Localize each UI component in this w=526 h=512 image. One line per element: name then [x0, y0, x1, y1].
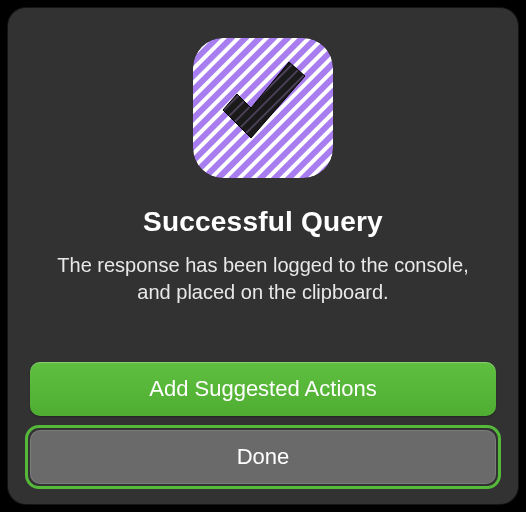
dialog-title: Successful Query	[143, 206, 383, 238]
done-button[interactable]: Done	[30, 430, 496, 484]
add-suggested-actions-button[interactable]: Add Suggested Actions	[30, 362, 496, 416]
button-stack: Add Suggested Actions Done	[30, 362, 496, 484]
dialog-message: The response has been logged to the cons…	[48, 252, 478, 306]
alert-dialog: Successful Query The response has been l…	[8, 8, 518, 504]
checkmark-app-icon	[193, 38, 333, 178]
